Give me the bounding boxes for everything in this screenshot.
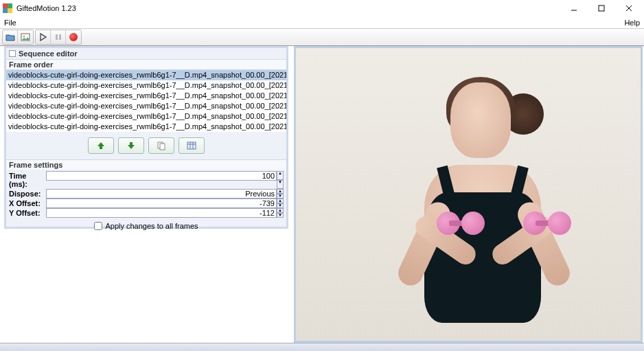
window-title: GiftedMotion 1.23 <box>16 4 76 12</box>
panel-toggle-icon[interactable] <box>9 50 16 57</box>
frame-list-item[interactable]: videoblocks-cute-girl-doing-exercises_rw… <box>6 122 286 132</box>
pause-icon <box>54 33 62 41</box>
time-label: Time (ms): <box>8 171 46 189</box>
menu-file[interactable]: File <box>4 19 16 27</box>
apply-all-checkbox[interactable] <box>94 222 102 230</box>
frame-list-item[interactable]: videoblocks-cute-girl-doing-exercises_rw… <box>6 101 286 111</box>
xoffset-input[interactable] <box>46 199 277 208</box>
dispose-label: Dispose: <box>8 189 46 199</box>
frame-list-item[interactable]: videoblocks-cute-girl-doing-exercises_rw… <box>6 111 286 122</box>
xoffset-spinner[interactable]: ▲▼ <box>277 199 284 208</box>
svg-marker-10 <box>128 142 135 149</box>
yoffset-spinner[interactable]: ▲▼ <box>277 208 284 218</box>
svg-marker-6 <box>41 34 46 41</box>
sequence-editor-title: Sequence editor <box>6 48 286 59</box>
play-icon <box>39 33 47 41</box>
arrow-up-icon <box>96 141 106 150</box>
xoffset-label: X Offset: <box>8 199 46 208</box>
frame-order-label: Frame order <box>6 59 286 70</box>
record-icon <box>69 33 78 41</box>
view-button[interactable] <box>18 30 33 44</box>
svg-rect-13 <box>187 142 196 149</box>
duplicate-button[interactable] <box>148 137 174 154</box>
record-button[interactable] <box>66 30 81 44</box>
sequence-editor-title-text: Sequence editor <box>19 49 78 58</box>
time-input[interactable] <box>46 171 277 181</box>
frame-list-item[interactable]: videoblocks-cute-girl-doing-exercises_rw… <box>6 91 286 101</box>
move-up-button[interactable] <box>88 137 114 154</box>
frame-list-item[interactable]: videoblocks-cute-girl-doing-exercises_rw… <box>6 70 286 80</box>
pause-button[interactable] <box>51 30 66 44</box>
app-icon <box>3 3 12 13</box>
titlebar: GiftedMotion 1.23 <box>0 0 644 16</box>
svg-rect-8 <box>59 34 61 40</box>
open-button[interactable] <box>3 30 18 44</box>
move-down-button[interactable] <box>118 137 144 154</box>
svg-rect-1 <box>599 5 604 11</box>
preview-image <box>296 48 641 341</box>
picture-icon <box>21 33 30 41</box>
svg-rect-12 <box>160 144 165 150</box>
menu-help[interactable]: Help <box>624 19 640 27</box>
window-maximize-button[interactable] <box>595 3 608 14</box>
svg-point-5 <box>23 36 25 38</box>
table-icon <box>187 141 196 150</box>
play-button[interactable] <box>36 30 51 44</box>
sequence-editor-panel: Sequence editor Frame order videoblocks-… <box>4 46 288 229</box>
frame-settings-label: Frame settings <box>6 159 286 170</box>
statusbar <box>0 343 644 351</box>
folder-open-icon <box>5 33 15 41</box>
dispose-spinner[interactable]: ▲▼ <box>277 189 284 199</box>
window-minimize-button[interactable] <box>567 3 581 14</box>
frame-list-item[interactable]: videoblocks-cute-girl-doing-exercises_rw… <box>6 80 286 91</box>
settings-grid-button[interactable] <box>179 137 205 154</box>
copy-icon <box>157 141 166 150</box>
yoffset-input[interactable] <box>46 208 277 218</box>
toolbar <box>0 29 644 46</box>
dispose-input[interactable] <box>46 189 277 199</box>
time-spinner[interactable]: ▲▼ <box>277 171 284 189</box>
window-close-button[interactable] <box>622 3 636 14</box>
arrow-down-icon <box>126 141 136 150</box>
svg-rect-7 <box>56 34 58 40</box>
yoffset-label: Y Offset: <box>8 208 46 218</box>
preview-panel <box>294 46 643 343</box>
frame-list[interactable]: videoblocks-cute-girl-doing-exercises_rw… <box>6 70 286 132</box>
apply-all-label: Apply changes to all frames <box>105 222 198 230</box>
svg-marker-9 <box>97 142 104 149</box>
menubar: File Help <box>0 16 644 29</box>
